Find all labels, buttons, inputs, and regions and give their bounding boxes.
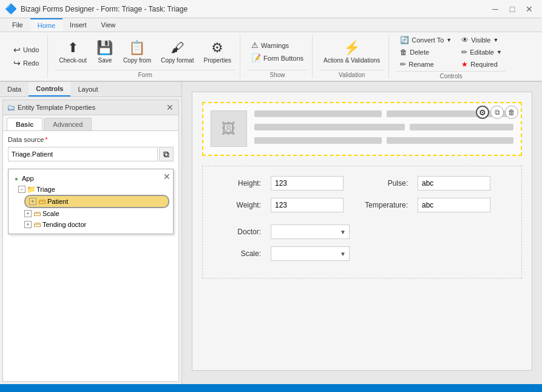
copy-from-button[interactable]: 📋 Copy from [120,38,155,66]
tab-file[interactable]: File [5,18,30,32]
temperature-input[interactable] [418,198,490,212]
tree-item-app-label: App [22,175,34,182]
convert-to-button[interactable]: 🔄 Convert To ▼ [396,35,455,46]
form-group: ⬆ Check-out 💾 Save 📋 Copy from 🖌 Copy fo… [50,35,240,78]
save-icon: 💾 [97,40,113,56]
controls-group: 🔄 Convert To ▼ 🗑 Delete ✏ Rename [391,35,510,78]
tree-item-app[interactable]: ● App [12,173,169,184]
visible-icon: 👁 [461,36,469,44]
entity-delete-button[interactable]: 🗑 [505,106,518,119]
status-bar [0,384,542,392]
tree-item-scale[interactable]: + 🗃 Scale [24,208,169,219]
weight-input[interactable] [271,198,344,212]
doctor-select-wrapper: ▼ [271,225,350,239]
placeholder-line [254,124,405,130]
height-input[interactable] [271,176,344,191]
entity-gear-button[interactable]: ⚙ [476,106,489,119]
form-fields-area: Height: Pulse: Weight: Temperature: Doct… [202,166,522,279]
redo-button[interactable]: ↪ Redo [10,57,42,69]
checkout-button[interactable]: ⬆ Check-out [55,38,90,66]
tab-data[interactable]: Data [0,82,29,96]
placeholder-row-3 [254,137,513,144]
entity-template-panel: 🗂 Entity Template Properties ✕ Basic Adv… [2,100,179,382]
tab-layout[interactable]: Layout [70,82,105,96]
pulse-input[interactable] [418,176,490,191]
pulse-label: Pulse: [353,179,408,188]
delete-icon: 🗑 [400,48,407,56]
entity-panel-close-button[interactable]: ✕ [165,103,175,112]
visible-button[interactable]: 👁 Visible ▼ [458,35,506,46]
form-buttons-button[interactable]: 📝 Form Buttons [248,52,307,64]
placeholder-row-2 [254,124,513,130]
entity-photo-placeholder: 🖼 [211,110,247,147]
tab-home[interactable]: Home [30,18,63,32]
convert-icon: 🔄 [400,36,409,44]
patient-entity-icon: 🗃 [38,197,46,206]
data-source-input-row: ⧉ [8,147,174,161]
show-group: ⚠ Warnings 📝 Form Buttons Show [243,35,313,78]
copy-format-icon: 🖌 [171,40,184,56]
rename-icon: ✏ [400,60,406,69]
properties-button[interactable]: ⚙ Properties [200,38,235,66]
save-button[interactable]: 💾 Save [93,38,117,66]
form-group-label: Form [55,70,235,78]
ribbon-tab-bar: File Home Insert View [0,18,542,32]
show-group-label: Show [248,70,307,78]
temperature-label: Temperature: [353,201,408,209]
rename-button[interactable]: ✏ Rename [396,59,455,70]
checkout-icon: ⬆ [67,40,78,56]
form-row-height-pulse: Height: Pulse: [212,176,512,191]
copy-from-icon: 📋 [129,40,145,56]
actions-validations-button[interactable]: ⚡ Actions & Validations [320,38,384,66]
entity-template-layout: 🖼 [211,110,513,147]
tree-item-scale-label: Scale [42,210,59,217]
close-button[interactable]: ✕ [521,3,537,15]
weight-label: Weight: [212,201,261,209]
warnings-icon: ⚠ [251,41,259,50]
tree-close-button[interactable]: ✕ [163,172,171,181]
doctor-select[interactable] [271,225,350,239]
editable-icon: ✏ [461,48,467,56]
inner-tab-basic[interactable]: Basic [7,118,42,130]
tree-item-triage[interactable]: − 📁 Triage [18,184,169,195]
entity-copy-button[interactable]: ⧉ [490,106,504,119]
inner-tab-advanced[interactable]: Advanced [44,118,92,130]
minimize-button[interactable]: ─ [487,3,503,15]
tree-item-patient[interactable]: + 🗃 Patient [24,195,169,208]
triage-folder-icon: 📁 [27,185,35,194]
title-bar-controls: ─ □ ✕ [487,3,537,15]
entity-widget: ⚙ ⧉ 🗑 🖼 [202,102,522,156]
data-source-browse-button[interactable]: ⧉ [159,147,174,161]
placeholder-row-1 [254,110,513,117]
actions-icon: ⚡ [344,40,360,56]
undo-button[interactable]: ↩ Undo [10,44,42,56]
entity-widget-controls: ⚙ ⧉ 🗑 [476,106,518,119]
warnings-button[interactable]: ⚠ Warnings [248,39,307,51]
ribbon: File Home Insert View ↩ Undo ↪ Redo [0,18,542,82]
copy-format-button[interactable]: 🖌 Copy format [157,38,197,66]
tree-item-triage-label: Triage [36,186,55,193]
tab-insert[interactable]: Insert [63,18,94,32]
height-label: Height: [212,179,261,188]
required-button[interactable]: ★ Required [458,59,506,70]
entity-panel-header: 🗂 Entity Template Properties ✕ [3,100,178,115]
tab-controls[interactable]: Controls [29,82,70,96]
form-buttons-icon: 📝 [251,53,261,63]
tab-view[interactable]: View [94,18,123,32]
data-source-label: Data source * [8,136,174,143]
delete-button[interactable]: 🗑 Delete [396,47,455,58]
placeholder-line [410,124,513,130]
scale-expand-icon: + [24,210,32,217]
patient-expand-icon: + [29,198,36,205]
maximize-button[interactable]: □ [504,3,520,15]
scale-select[interactable] [271,246,350,261]
editable-button[interactable]: ✏ Editable ▼ [458,47,506,58]
data-source-input[interactable] [8,147,158,161]
tending-entity-icon: 🗃 [33,220,41,229]
validation-group-label: Validation [320,70,384,78]
tree-dropdown: ✕ ● App − 📁 Triage + 🗃 Patient + [8,169,174,234]
main-layout: Data Controls Layout 🗂 Entity Template P… [0,82,542,384]
title-bar: 🔷 Bizagi Forms Designer - Form: Triage -… [0,0,542,18]
form-canvas: ⚙ ⧉ 🗑 🖼 [192,92,532,371]
tree-item-tending-doctor[interactable]: + 🗃 Tending doctor [24,219,169,230]
